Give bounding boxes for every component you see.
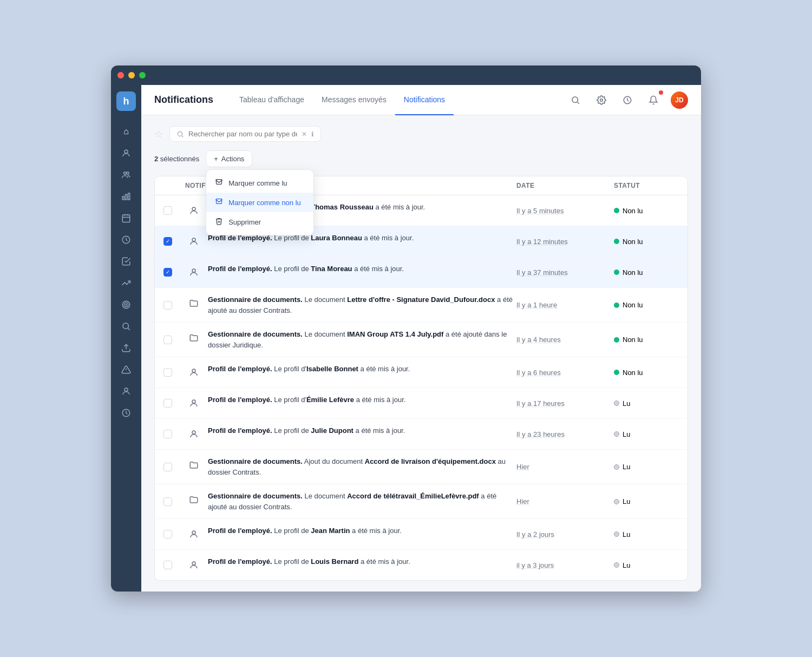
person-icon <box>185 364 202 381</box>
search-info-icon[interactable]: ℹ <box>311 130 314 138</box>
status-label-4: Non lu <box>623 301 643 309</box>
row-checkbox-cell[interactable] <box>163 268 185 277</box>
status-cell-11: Lu <box>614 530 679 538</box>
svg-point-2 <box>127 172 129 175</box>
sidebar-item-settings[interactable] <box>116 382 136 401</box>
sidebar-item-calendar[interactable] <box>116 208 136 228</box>
row-10-checkbox[interactable] <box>163 497 172 506</box>
row-5-checkbox[interactable] <box>163 336 172 344</box>
tab-tableau[interactable]: Tableau d'affichage <box>231 85 313 115</box>
row-12-checkbox[interactable] <box>163 561 172 569</box>
actions-button[interactable]: + Actions <box>206 150 252 167</box>
search-input[interactable] <box>188 130 297 138</box>
row-7-checkbox[interactable] <box>163 399 172 408</box>
sidebar-item-chart[interactable] <box>116 187 136 206</box>
table-row: Profil de l'employé. Le profil d'Émilie … <box>155 388 687 419</box>
row-1-checkbox[interactable] <box>163 206 172 215</box>
main-content: Notifications Tableau d'affichage Messag… <box>141 85 701 592</box>
row-checkbox-cell[interactable] <box>163 206 185 215</box>
row-checkbox-cell[interactable] <box>163 561 185 569</box>
row-6-checkbox[interactable] <box>163 368 172 377</box>
table-row: Gestionnaire de documents. Le document I… <box>155 323 687 357</box>
actions-label: Actions <box>221 155 245 163</box>
sidebar-item-search[interactable] <box>116 317 136 336</box>
date-cell-7: Il y a 17 heures <box>516 399 614 408</box>
row-checkbox-cell[interactable] <box>163 430 185 438</box>
sidebar-item-home[interactable]: ⌂ <box>116 122 136 141</box>
delete-icon <box>215 217 223 227</box>
dropdown-item-marquer-non-lu[interactable]: Marquer comme non lu <box>206 193 313 212</box>
search-clear-icon[interactable]: ✕ <box>302 130 307 138</box>
status-dot-10 <box>614 499 619 504</box>
app-window: h ⌂ <box>111 65 701 592</box>
row-checkbox-cell[interactable] <box>163 368 185 377</box>
table-row: Profil de l'employé. Le profil de Tina M… <box>155 257 687 288</box>
nav-right: JD <box>567 91 688 109</box>
row-3-checkbox[interactable] <box>163 268 172 277</box>
dropdown-item-marquer-lu[interactable]: Marquer comme lu <box>206 173 313 193</box>
svg-point-24 <box>192 369 195 372</box>
person-icon <box>185 556 202 574</box>
row-checkbox-cell[interactable] <box>163 399 185 408</box>
tab-messages[interactable]: Messages envoyés <box>313 85 395 115</box>
svg-rect-6 <box>122 215 130 222</box>
status-dot-5 <box>614 337 619 343</box>
row-checkbox-cell[interactable] <box>163 497 185 506</box>
row-checkbox-cell[interactable] <box>163 336 185 344</box>
row-checkbox-cell[interactable] <box>163 530 185 538</box>
tab-notifications[interactable]: Notifications <box>395 85 454 115</box>
status-dot-9 <box>614 464 619 470</box>
status-cell-10: Lu <box>614 497 679 505</box>
status-label-7: Lu <box>623 399 630 408</box>
row-9-checkbox[interactable] <box>163 463 172 471</box>
actions-wrapper: + Actions Marquer comme lu <box>206 150 252 167</box>
row-8-checkbox[interactable] <box>163 430 172 438</box>
svg-point-17 <box>572 97 578 103</box>
svg-point-23 <box>192 269 195 272</box>
sidebar-item-check[interactable] <box>116 252 136 271</box>
row-11-checkbox[interactable] <box>163 530 172 538</box>
status-cell-6: Non lu <box>614 369 679 377</box>
person-icon <box>185 264 202 281</box>
sidebar-item-target[interactable] <box>116 295 136 314</box>
settings-button[interactable] <box>593 91 610 109</box>
mark-read-label: Marquer comme lu <box>228 179 287 187</box>
row-checkbox-cell[interactable] <box>163 463 185 471</box>
status-label-1: Non lu <box>623 207 643 215</box>
sidebar-item-alert[interactable] <box>116 360 136 379</box>
sidebar-item-analytics[interactable] <box>116 273 136 293</box>
clock-button[interactable] <box>619 91 636 109</box>
sidebar-item-upload[interactable] <box>116 338 136 358</box>
notif-cell-11: Profil de l'employé. Le profil de Jean M… <box>185 525 516 543</box>
user-avatar[interactable]: JD <box>671 91 688 109</box>
mark-read-icon <box>215 178 223 188</box>
dropdown-item-supprimer[interactable]: Supprimer <box>206 212 313 232</box>
row-4-checkbox[interactable] <box>163 301 172 310</box>
search-button[interactable] <box>567 91 584 109</box>
row-2-checkbox[interactable] <box>163 237 172 246</box>
top-nav: Notifications Tableau d'affichage Messag… <box>141 85 701 115</box>
row-checkbox-cell[interactable] <box>163 301 185 310</box>
sidebar-item-people[interactable] <box>116 165 136 185</box>
maximize-dot[interactable] <box>139 72 146 78</box>
close-dot[interactable] <box>117 72 124 78</box>
app-logo[interactable]: h <box>116 91 136 111</box>
table-row: Profil de l'employé. Le profil d'Isabell… <box>155 357 687 388</box>
row-checkbox-cell[interactable] <box>163 237 185 246</box>
svg-point-25 <box>192 400 195 403</box>
star-button[interactable]: ☆ <box>154 128 163 140</box>
sidebar-item-clock[interactable] <box>116 230 136 249</box>
notif-cell-4: Gestionnaire de documents. Le document L… <box>185 294 516 316</box>
status-cell-2: Non lu <box>614 238 679 246</box>
date-cell-8: Il y a 23 heures <box>516 430 614 438</box>
mark-unread-icon <box>215 198 223 207</box>
folder-icon <box>185 456 202 474</box>
status-dot-7 <box>614 400 619 406</box>
notification-bell[interactable] <box>645 91 662 109</box>
sidebar-item-person[interactable] <box>116 143 136 163</box>
sidebar-item-history[interactable] <box>116 403 136 423</box>
minimize-dot[interactable] <box>128 72 135 78</box>
search-icon <box>176 130 184 138</box>
svg-point-18 <box>600 98 603 101</box>
filter-bar: ☆ ✕ ℹ <box>154 126 688 142</box>
